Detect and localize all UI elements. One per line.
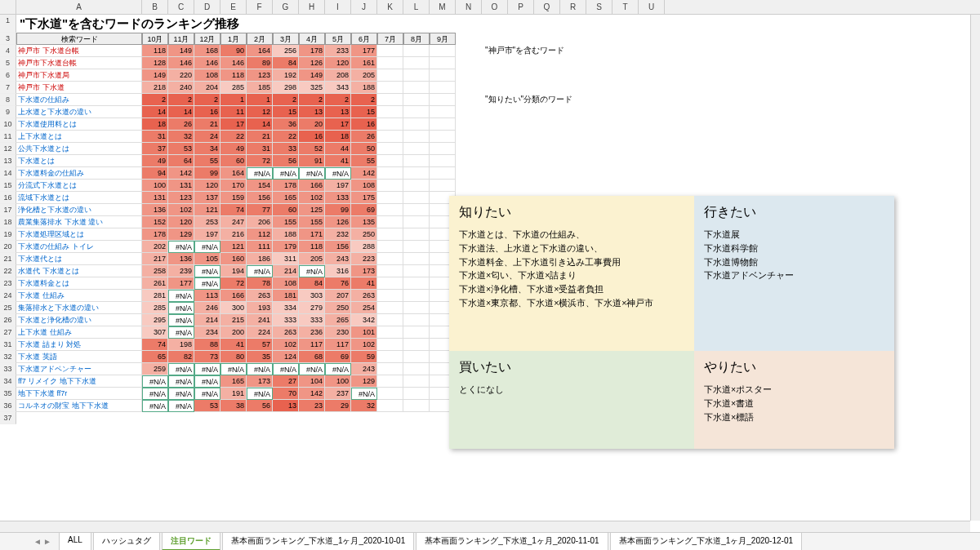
rank-cell[interactable]: 155 [299, 216, 325, 228]
keyword-cell[interactable]: 上下水道 仕組み [16, 326, 142, 339]
col-header[interactable]: T [612, 0, 639, 14]
rank-cell[interactable]: 53 [194, 400, 220, 412]
rank-cell[interactable]: 22 [273, 131, 299, 143]
rank-cell[interactable]: 166 [220, 290, 247, 302]
rank-cell[interactable]: 131 [142, 192, 168, 204]
empty-cell[interactable] [403, 131, 430, 143]
rank-cell[interactable]: #N/A [273, 363, 299, 375]
row-number[interactable]: 23 [0, 277, 16, 290]
rank-cell[interactable]: 120 [194, 180, 220, 192]
empty-cell[interactable] [430, 82, 456, 94]
keyword-cell[interactable]: 農業集落排水 下水道 違い [16, 216, 142, 228]
rank-cell[interactable]: 175 [351, 192, 377, 204]
keyword-cell[interactable]: 集落排水と下水道の違い [16, 302, 142, 314]
rank-cell[interactable]: 99 [194, 167, 220, 180]
rank-cell[interactable]: 181 [273, 290, 299, 302]
rank-cell[interactable]: 265 [325, 314, 351, 326]
rank-cell[interactable]: 121 [220, 241, 247, 253]
scrollbar-vertical[interactable] [970, 15, 980, 521]
rank-cell[interactable]: 303 [299, 290, 325, 302]
row-number[interactable]: 16 [0, 192, 16, 204]
rank-cell[interactable]: 236 [299, 326, 325, 339]
row-number[interactable]: 31 [0, 339, 16, 351]
scrollbar-horizontal[interactable] [0, 521, 970, 532]
empty-cell[interactable] [403, 143, 430, 155]
rank-cell[interactable]: 325 [299, 82, 325, 94]
sheet-tab[interactable]: ALL [59, 532, 91, 550]
rank-cell[interactable]: 129 [168, 228, 194, 241]
keyword-cell[interactable]: 流域下水道とは [16, 192, 142, 204]
row-number[interactable]: 17 [0, 204, 16, 216]
rank-cell[interactable]: 214 [194, 314, 220, 326]
row-number[interactable]: 5 [0, 57, 16, 69]
rank-cell[interactable]: 253 [194, 216, 220, 228]
rank-cell[interactable]: 23 [299, 400, 325, 412]
row-number[interactable]: 27 [0, 326, 16, 339]
empty-cell[interactable] [403, 155, 430, 167]
empty-cell[interactable] [377, 265, 403, 277]
keyword-cell[interactable]: 上水道と下水道の違い [16, 106, 142, 118]
rank-cell[interactable]: 102 [273, 339, 299, 351]
rank-cell[interactable]: 41 [325, 155, 351, 167]
col-header[interactable]: I [325, 0, 351, 14]
empty-cell[interactable] [403, 69, 430, 82]
rank-cell[interactable]: 285 [220, 82, 247, 94]
empty-cell[interactable] [430, 94, 456, 106]
rank-cell[interactable]: 125 [299, 204, 325, 216]
rank-cell[interactable]: 101 [351, 326, 377, 339]
empty-cell[interactable] [377, 351, 403, 363]
rank-cell[interactable]: 14 [168, 106, 194, 118]
rank-cell[interactable]: 41 [351, 277, 377, 290]
col-header[interactable]: J [351, 0, 377, 14]
rank-cell[interactable]: 159 [220, 192, 247, 204]
row-number[interactable]: 20 [0, 241, 16, 253]
row-number[interactable]: 9 [0, 106, 16, 118]
rank-cell[interactable]: 13 [273, 400, 299, 412]
col-header[interactable]: Q [534, 0, 560, 14]
rank-cell[interactable]: 234 [194, 326, 220, 339]
rank-cell[interactable]: 202 [142, 241, 168, 253]
rank-cell[interactable]: 50 [351, 143, 377, 155]
rank-cell[interactable]: 220 [168, 69, 194, 82]
col-header[interactable]: U [639, 0, 665, 14]
rank-cell[interactable]: 69 [351, 204, 377, 216]
rank-cell[interactable]: 55 [351, 155, 377, 167]
empty-cell[interactable] [403, 106, 430, 118]
rank-cell[interactable]: #N/A [168, 326, 194, 339]
empty-cell[interactable] [403, 204, 430, 216]
rank-cell[interactable]: 152 [142, 216, 168, 228]
rank-cell[interactable]: 243 [325, 253, 351, 265]
rank-cell[interactable]: 165 [273, 192, 299, 204]
empty-cell[interactable] [377, 253, 403, 265]
empty-cell[interactable] [430, 118, 456, 131]
rank-cell[interactable]: 166 [299, 180, 325, 192]
rank-cell[interactable]: 207 [325, 290, 351, 302]
rank-cell[interactable]: 178 [299, 45, 325, 57]
sheet-tab[interactable]: 基本画面ランキング_下水道_1ヶ月_2020-11-01 [416, 532, 608, 550]
keyword-cell[interactable]: 下水道 仕組み [16, 290, 142, 302]
rank-cell[interactable]: 208 [325, 69, 351, 82]
rank-cell[interactable]: 247 [220, 216, 247, 228]
rank-cell[interactable]: #N/A [194, 363, 220, 375]
rank-cell[interactable]: 191 [220, 388, 247, 400]
rank-cell[interactable]: 72 [220, 277, 247, 290]
rank-cell[interactable]: 142 [351, 167, 377, 180]
rank-cell[interactable]: 281 [142, 290, 168, 302]
keyword-cell[interactable]: 下水道 英語 [16, 351, 142, 363]
col-header[interactable]: B [142, 0, 168, 14]
sheet-tab[interactable]: ハッシュタグ [93, 532, 160, 550]
rank-cell[interactable]: 156 [247, 192, 273, 204]
rank-cell[interactable]: #N/A [142, 375, 168, 388]
empty-cell[interactable] [403, 118, 430, 131]
rank-cell[interactable]: 22 [220, 131, 247, 143]
rank-cell[interactable]: 16 [194, 106, 220, 118]
empty-cell[interactable] [377, 204, 403, 216]
empty-cell[interactable] [430, 155, 456, 167]
rank-cell[interactable]: 126 [325, 216, 351, 228]
rank-cell[interactable]: 311 [273, 253, 299, 265]
rank-cell[interactable]: 44 [325, 143, 351, 155]
rank-cell[interactable]: 173 [247, 375, 273, 388]
rank-cell[interactable]: 76 [325, 277, 351, 290]
empty-cell[interactable] [377, 69, 403, 82]
rank-cell[interactable]: 108 [351, 180, 377, 192]
